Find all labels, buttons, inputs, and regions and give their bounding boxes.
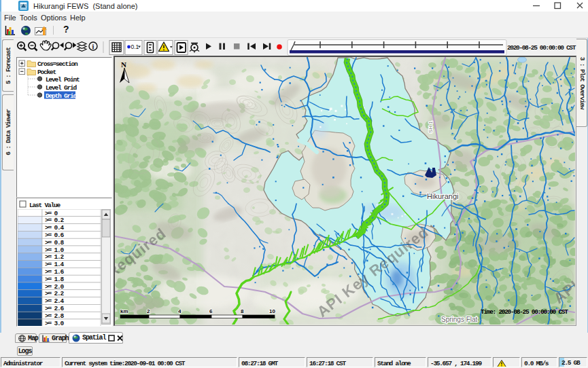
svg-text:>= 1.8: >= 1.8 — [45, 276, 65, 283]
svg-text:2020-08-25 00:00:00 CST: 2020-08-25 00:00:00 CST — [507, 44, 576, 52]
svg-text:Cross=section: Cross=section — [37, 60, 78, 68]
svg-text:>= 2.8: >= 2.8 — [45, 312, 65, 320]
svg-text:>= 0.4: >= 0.4 — [45, 224, 65, 232]
svg-text:>= 2.0: >= 2.0 — [45, 283, 65, 291]
svg-text:Time: 2020-08-25 00:00:00 CST: Time: 2020-08-25 00:00:00 CST — [481, 308, 568, 316]
svg-text:N: N — [121, 60, 126, 69]
svg-text:10: 10 — [269, 308, 275, 314]
svg-text:Hikurangi: Hikurangi — [427, 192, 458, 200]
svg-text:km: km — [120, 308, 128, 314]
svg-text:>= 2.2: >= 2.2 — [45, 290, 65, 297]
svg-text:>= 1.6: >= 1.6 — [45, 268, 65, 276]
svg-text:>= 0.2: >= 0.2 — [45, 217, 65, 224]
svg-text:Depth Grid: Depth Grid — [46, 92, 77, 100]
svg-text:>= 0.8: >= 0.8 — [45, 239, 65, 246]
svg-text:Springs Flat: Springs Flat — [441, 316, 478, 323]
svg-text:6: 6 — [209, 308, 213, 314]
svg-text:8: 8 — [241, 308, 244, 314]
svg-text:>= 1.2: >= 1.2 — [45, 253, 65, 261]
svg-text:4: 4 — [178, 308, 181, 314]
svg-text:>= 1.0: >= 1.0 — [45, 246, 65, 254]
svg-text:>= 2.6: >= 2.6 — [45, 305, 65, 312]
svg-text:>= 0.6: >= 0.6 — [45, 232, 65, 239]
svg-text:SH 1: SH 1 — [428, 121, 434, 133]
svg-text:>= 3.0: >= 3.0 — [45, 320, 65, 326]
svg-text:0.1: 0.1 — [131, 43, 139, 50]
svg-text:>= 2.4: >= 2.4 — [45, 297, 65, 305]
svg-text:Level Grid: Level Grid — [46, 84, 77, 92]
svg-text:Last Value: Last Value — [29, 202, 61, 209]
svg-text:>= 0: >= 0 — [45, 210, 58, 217]
svg-text:i: i — [92, 43, 94, 50]
svg-text:2: 2 — [147, 308, 150, 314]
svg-text:Pocket: Pocket — [37, 69, 56, 76]
svg-text:>= 1.4: >= 1.4 — [45, 261, 65, 268]
svg-text:Level Point: Level Point — [46, 76, 80, 84]
